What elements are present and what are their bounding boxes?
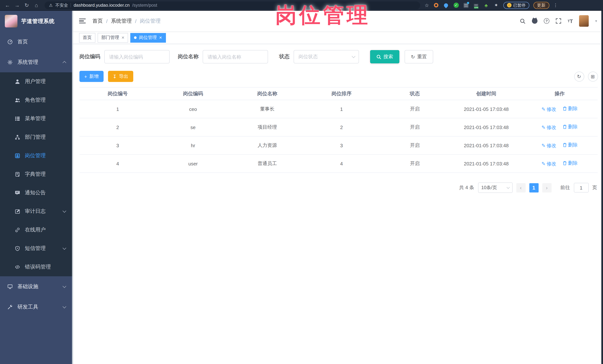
github-icon[interactable] (532, 18, 537, 24)
export-button[interactable]: ↧ 导出 (108, 71, 133, 82)
breadcrumb-home[interactable]: 首页 (93, 18, 103, 24)
breadcrumb: 首页 / 系统管理 / 岗位管理 (93, 18, 161, 24)
add-button[interactable]: + 新增 (80, 71, 103, 82)
tab-post[interactable]: 岗位管理 ✕ (130, 33, 166, 43)
chevron-down-icon (63, 246, 66, 250)
sidebar-item-sms[interactable]: 短信管理 (0, 239, 73, 258)
status-select-placeholder: 岗位状态 (298, 53, 318, 60)
goto-page-input[interactable] (574, 183, 589, 192)
sidebar-item-users[interactable]: 用户管理 (0, 72, 73, 91)
sidebar-item-online-users[interactable]: 在线用户 (0, 221, 73, 239)
close-icon[interactable]: ✕ (159, 36, 162, 40)
table-row: 2 se 项目经理 2 开启 2021-01-05 17:03:48 ✎修改 删… (80, 118, 598, 136)
delete-link[interactable]: 删除 (563, 106, 578, 112)
not-secure-label[interactable]: 不安全 (55, 2, 68, 8)
search-button-label: 搜索 (383, 53, 393, 60)
sidebar-item-label: 通知公告 (25, 189, 46, 196)
url-path: /system/post (132, 3, 157, 8)
cell-post-id: 2 (80, 118, 156, 136)
paused-badge[interactable]: ☺ 已暂停 (503, 2, 529, 9)
edit-link[interactable]: ✎修改 (541, 143, 556, 149)
page-1-button[interactable]: 1 (529, 183, 538, 192)
extension-tag-icon[interactable]: GTR (473, 2, 479, 8)
next-page-button[interactable]: › (542, 183, 551, 192)
trash-icon (563, 161, 567, 165)
pencil-icon: ✎ (541, 143, 545, 149)
edit-link[interactable]: ✎修改 (541, 161, 556, 167)
cell-post-code: user (156, 154, 230, 173)
post-name-input[interactable] (203, 50, 268, 63)
sidebar-item-notices[interactable]: 通知公告 (0, 184, 73, 202)
sidebar-item-home[interactable]: 首页 (0, 32, 73, 52)
tab-dept[interactable]: 部门管理 ✕ (98, 33, 128, 43)
sidebar-item-departments[interactable]: 部门管理 (0, 128, 73, 146)
monitor-icon (7, 284, 13, 289)
column-settings-button[interactable]: ⊞ (588, 71, 598, 81)
extension-check-icon[interactable]: ✓ (453, 2, 459, 8)
sidebar-item-error-codes[interactable]: 错误码管理 (0, 258, 73, 276)
app-logo-row[interactable]: 芋道管理系统 (0, 11, 73, 32)
sidebar-item-label: 短信管理 (25, 245, 46, 252)
extension-pin-icon[interactable] (443, 2, 449, 8)
extension-leaf-icon[interactable]: ♣ (483, 2, 489, 8)
extensions-puzzle-icon[interactable]: ✶ (493, 2, 499, 8)
post-code-input[interactable] (104, 50, 170, 63)
pencil-icon: ✎ (541, 107, 545, 112)
pagination: 共 4 条 10条/页 ‹ 1 › 前往 页 (80, 182, 598, 193)
help-icon[interactable]: ? (544, 18, 549, 24)
page-size-select[interactable]: 10条/页 (478, 182, 512, 193)
add-button-label: 新增 (89, 73, 99, 79)
sidebar-item-audit-log[interactable]: 审计日志 (0, 202, 73, 221)
reset-button-label: 重置 (417, 53, 427, 60)
hamburger-icon[interactable] (79, 18, 86, 23)
sidebar-item-devtools[interactable]: 研发工具 (0, 297, 73, 317)
gear-icon (7, 59, 13, 65)
refresh-icon[interactable]: ↻ (22, 1, 31, 9)
sidebar-item-menus[interactable]: 菜单管理 (0, 110, 73, 128)
refresh-icon: ↻ (411, 54, 415, 59)
search-button[interactable]: 搜索 (370, 50, 399, 63)
sidebar-item-dictionary[interactable]: 字典管理 (0, 165, 73, 184)
avatar[interactable] (579, 15, 589, 27)
delete-link[interactable]: 删除 (563, 142, 578, 149)
sidebar-item-infrastructure[interactable]: 基础设施 (0, 276, 73, 297)
browser-menu-icon[interactable]: ⋮ (553, 3, 558, 8)
extension-sliders-icon[interactable] (463, 2, 469, 8)
sidebar-item-label: 字典管理 (25, 171, 46, 178)
forward-icon[interactable]: → (13, 1, 22, 9)
edit-link[interactable]: ✎修改 (541, 124, 556, 131)
close-icon[interactable]: ✕ (121, 36, 125, 40)
window-scrollbar[interactable] (601, 11, 603, 364)
address-bar[interactable]: ⚠ 不安全 dashboard.yudao.iocoder.cn /system… (45, 1, 420, 9)
fullscreen-icon[interactable] (556, 18, 561, 24)
prev-page-button[interactable]: ‹ (516, 183, 525, 192)
reset-button[interactable]: ↻ 重置 (405, 50, 433, 63)
breadcrumb-system[interactable]: 系统管理 (111, 18, 132, 24)
sidebar-item-label: 用户管理 (25, 78, 46, 85)
table-row: 1 ceo 董事长 1 开启 2021-01-05 17:03:48 ✎修改 删… (80, 100, 598, 118)
col-post-sort: 岗位排序 (304, 87, 379, 100)
col-post-id: 岗位编号 (80, 87, 156, 100)
delete-link[interactable]: 删除 (563, 160, 578, 167)
edit-link[interactable]: ✎修改 (541, 106, 556, 113)
caret-down-icon[interactable]: ▾ (595, 19, 597, 23)
font-size-icon[interactable]: TT (568, 18, 573, 24)
chevron-down-icon (63, 284, 66, 288)
refresh-table-button[interactable]: ↻ (574, 71, 584, 81)
update-button[interactable]: 更新 (533, 2, 549, 9)
back-icon[interactable]: ← (3, 1, 12, 9)
cell-status: 开启 (379, 118, 451, 136)
sidebar-item-system[interactable]: 系统管理 (0, 52, 73, 72)
delete-link[interactable]: 删除 (563, 124, 578, 130)
status-select[interactable]: 岗位状态 (294, 50, 359, 63)
bookmark-star-icon[interactable]: ☆ (425, 2, 429, 8)
page-header: 首页 / 系统管理 / 岗位管理 ? TT (73, 11, 603, 32)
table-row: 4 user 普通员工 4 开启 2021-01-05 17:03:48 ✎修改… (80, 154, 598, 173)
search-icon[interactable] (520, 18, 526, 24)
extension-orange-icon[interactable] (433, 2, 439, 8)
home-icon[interactable]: ⌂ (32, 1, 41, 9)
sidebar-item-posts[interactable]: 岗位管理 (0, 146, 73, 165)
sidebar-item-roles[interactable]: 角色管理 (0, 91, 73, 110)
tab-home[interactable]: 首页 (79, 33, 95, 43)
chevron-down-icon (352, 54, 355, 58)
